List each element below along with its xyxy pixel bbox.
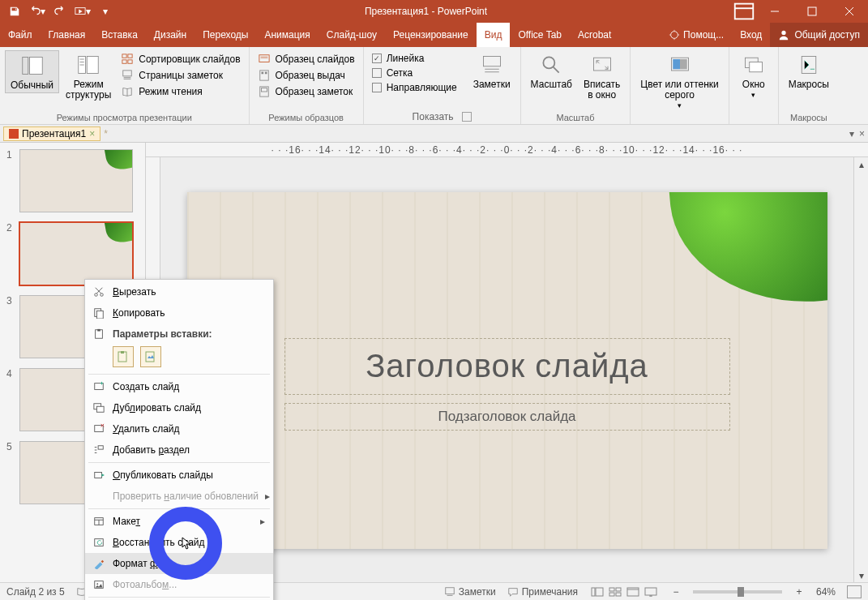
document-tab[interactable]: Презентация1 ×: [3, 126, 100, 141]
share-button[interactable]: Общий доступ: [770, 23, 868, 47]
tab-design[interactable]: Дизайн: [146, 23, 195, 47]
zoom-slider[interactable]: [693, 590, 782, 594]
dialog-launcher-icon[interactable]: [462, 112, 472, 122]
svg-rect-25: [673, 59, 680, 69]
ctx-format-background[interactable]: Формат фона...: [85, 553, 273, 574]
macros-button[interactable]: Макросы: [784, 50, 834, 92]
reading-view-button[interactable]: Режим чтения: [118, 84, 243, 99]
ctx-reset-slide[interactable]: Восстановить слайд: [85, 532, 273, 553]
ribbon-display-options[interactable]: [732, 0, 756, 23]
slideshow-status-button[interactable]: [643, 585, 659, 598]
subtitle-placeholder[interactable]: Подзаголовок слайда: [284, 403, 730, 431]
slide-sorter-button[interactable]: Сортировщик слайдов: [118, 52, 243, 66]
undo-button[interactable]: ▾: [28, 2, 47, 20]
zoom-label: Масштаб: [531, 79, 572, 90]
notes-master-button[interactable]: Образец заметок: [254, 84, 358, 99]
thumb-number: 3: [6, 295, 15, 358]
horizontal-ruler[interactable]: · · ·16· · ·14· · ·12· · ·10· · ·8· · ·6…: [146, 143, 868, 157]
svg-point-48: [96, 583, 98, 585]
signin-button[interactable]: Вход: [732, 23, 770, 47]
thumb-number: 1: [6, 149, 15, 212]
status-notes-button[interactable]: Заметки: [444, 586, 496, 598]
slide-thumbnail[interactable]: [19, 149, 133, 212]
title-placeholder[interactable]: Заголовок слайда: [284, 338, 730, 395]
slide-thumbnail[interactable]: [19, 222, 133, 285]
normal-view-status-button[interactable]: [589, 585, 605, 598]
tab-insert[interactable]: Вставка: [93, 23, 146, 47]
ctx-paste-heading-label: Параметры вставки:: [113, 328, 212, 340]
ctx-add-section[interactable]: Добавить раздел: [85, 439, 273, 461]
color-grayscale-button[interactable]: Цвет или оттенки серого ▾: [635, 50, 724, 113]
tab-transitions[interactable]: Переходы: [195, 23, 256, 47]
save-button[interactable]: [5, 2, 24, 20]
ctx-cut[interactable]: Вырезать: [85, 281, 273, 302]
outline-view-button[interactable]: Режим структуры: [61, 50, 116, 102]
reading-view-icon: [121, 85, 134, 98]
svg-rect-8: [87, 57, 98, 74]
window-menu-button[interactable]: Окно ▾: [734, 50, 773, 102]
svg-rect-41: [96, 406, 104, 412]
new-document-tab-button[interactable]: *: [104, 128, 108, 139]
tab-home[interactable]: Главная: [41, 23, 94, 47]
qat-customize-button[interactable]: ▾: [96, 2, 115, 20]
tab-review[interactable]: Рецензирование: [385, 23, 477, 47]
start-slideshow-button[interactable]: ▾: [73, 2, 92, 20]
minimize-button[interactable]: [756, 0, 793, 23]
tab-file[interactable]: Файл: [0, 23, 41, 47]
ctx-layout[interactable]: Макет▸: [85, 511, 273, 532]
slide[interactable]: Заголовок слайда Подзаголовок слайда: [187, 192, 827, 549]
guides-label: Направляющие: [387, 82, 457, 93]
normal-view-button[interactable]: Обычный: [5, 50, 59, 93]
scroll-down-icon[interactable]: ▾: [854, 568, 868, 583]
zoom-percent[interactable]: 64%: [816, 586, 836, 598]
ctx-publish-slides[interactable]: Опубликовать слайды: [85, 465, 273, 486]
checkbox-icon: [372, 83, 382, 92]
tell-me-button[interactable]: Помощ...: [661, 23, 732, 47]
ctx-duplicate-slide[interactable]: Дублировать слайд: [85, 397, 273, 418]
fit-to-window-button[interactable]: Вписать в окно: [579, 50, 625, 102]
redo-button[interactable]: [50, 2, 70, 20]
zoom-in-button[interactable]: +: [793, 586, 805, 598]
svg-rect-55: [609, 593, 614, 596]
tabbar-dropdown-icon[interactable]: ▾: [849, 128, 854, 139]
ctx-new-slide-label: Создать слайд: [113, 381, 265, 392]
tab-view[interactable]: Вид: [477, 23, 511, 47]
gridlines-checkbox[interactable]: Сетка: [369, 66, 460, 79]
guides-checkbox[interactable]: Направляющие: [369, 81, 460, 94]
group-show-title: Показать: [413, 111, 454, 122]
scroll-up-icon[interactable]: ▴: [854, 157, 868, 172]
ctx-new-slide[interactable]: Создать слайд: [85, 376, 273, 397]
window-icon: [741, 52, 767, 78]
tab-animations[interactable]: Анимация: [256, 23, 318, 47]
notes-toggle-button[interactable]: Заметки: [468, 50, 515, 92]
vertical-scrollbar[interactable]: ▴ ▾: [853, 157, 868, 583]
svg-rect-18: [264, 72, 267, 75]
zoom-slider-knob[interactable]: [738, 587, 744, 597]
zoom-button[interactable]: Масштаб: [526, 50, 577, 92]
svg-rect-10: [128, 54, 132, 58]
status-slide-counter[interactable]: Слайд 2 из 5: [6, 586, 65, 598]
svg-rect-11: [122, 60, 126, 63]
paste-use-destination-theme[interactable]: [113, 346, 134, 367]
slide-master-button[interactable]: Образец слайдов: [254, 52, 358, 66]
tabbar-close-icon[interactable]: ×: [859, 128, 865, 139]
notes-page-button[interactable]: Страницы заметок: [118, 68, 243, 83]
sorter-view-status-button[interactable]: [607, 585, 623, 598]
zoom-out-button[interactable]: −: [670, 586, 682, 598]
paste-picture[interactable]: [140, 346, 161, 367]
fit-to-window-status-button[interactable]: [847, 585, 862, 598]
maximize-button[interactable]: [793, 0, 831, 23]
status-comments-button[interactable]: Примечания: [507, 586, 578, 598]
ctx-copy[interactable]: Копировать: [85, 302, 273, 324]
document-tab-close-icon[interactable]: ×: [89, 128, 95, 139]
paste-icon: [92, 327, 106, 341]
tab-officetab[interactable]: Office Tab: [510, 23, 570, 47]
ctx-delete-slide[interactable]: Удалить слайд: [85, 418, 273, 439]
close-button[interactable]: [831, 0, 868, 23]
tab-acrobat[interactable]: Acrobat: [570, 23, 619, 47]
reading-view-status-button[interactable]: [625, 585, 641, 598]
handout-master-button[interactable]: Образец выдач: [254, 68, 358, 83]
svg-rect-15: [260, 57, 267, 59]
tab-slideshow[interactable]: Слайд-шоу: [319, 23, 385, 47]
ruler-checkbox[interactable]: Линейка: [369, 52, 460, 65]
